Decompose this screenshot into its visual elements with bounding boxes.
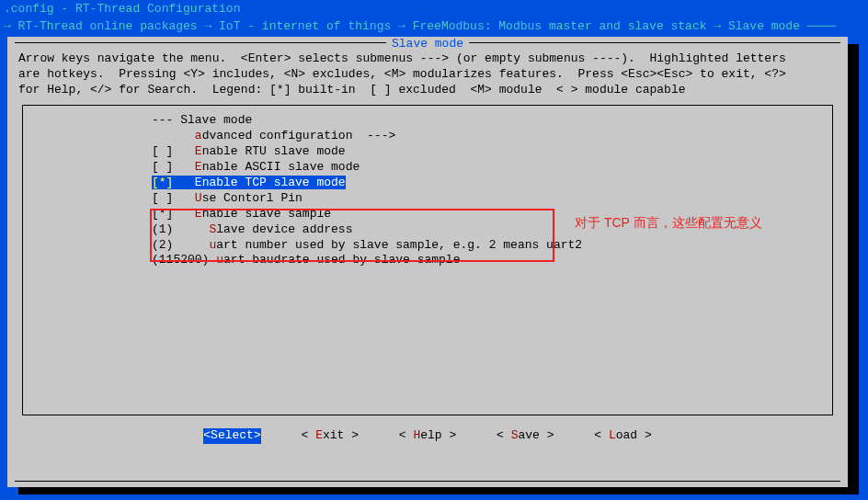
menu-header: --- Slave mode: [23, 113, 832, 129]
window-title: .config - RT-Thread Configuration: [0, 0, 868, 19]
menu-item-rtu[interactable]: [ ] Enable RTU slave mode: [23, 144, 832, 160]
annotation-text: 对于 TCP 而言，这些配置无意义: [575, 214, 762, 231]
load-button[interactable]: < Load >: [594, 428, 651, 444]
menu-item-advanced[interactable]: advanced configuration --->: [23, 129, 832, 144]
menu-item-ascii[interactable]: [ ] Enable ASCII slave mode: [23, 160, 832, 176]
help-button[interactable]: < Help >: [399, 428, 456, 444]
help-text: Arrow keys navigate the menu. <Enter> se…: [7, 50, 848, 104]
breadcrumb: → RT-Thread online packages → IoT - inte…: [0, 19, 868, 37]
menu-item-uart-baudrate[interactable]: (115200) uart baudrate used by slave sam…: [23, 253, 832, 268]
panel-title-row: Slave mode: [7, 37, 848, 50]
select-button[interactable]: <Select>: [203, 428, 260, 444]
button-row: <Select> < Exit > < Help > < Save > < Lo…: [7, 423, 848, 448]
menu-item-tcp[interactable]: [*] Enable TCP slave mode: [23, 176, 832, 191]
menu-box: --- Slave mode advanced configuration --…: [22, 105, 833, 415]
panel-bottom-border: [15, 481, 840, 482]
save-button[interactable]: < Save >: [497, 428, 554, 444]
menu-item-control-pin[interactable]: [ ] Use Contorl Pin: [23, 191, 832, 207]
panel-title: Slave mode: [386, 37, 469, 52]
main-panel: Slave mode Arrow keys navigate the menu.…: [7, 37, 848, 487]
main-panel-wrapper: Slave mode Arrow keys navigate the menu.…: [7, 37, 861, 487]
menu-item-uart-number[interactable]: (2) uart number used by slave sample, e.…: [23, 238, 832, 254]
exit-button[interactable]: < Exit >: [302, 428, 359, 444]
